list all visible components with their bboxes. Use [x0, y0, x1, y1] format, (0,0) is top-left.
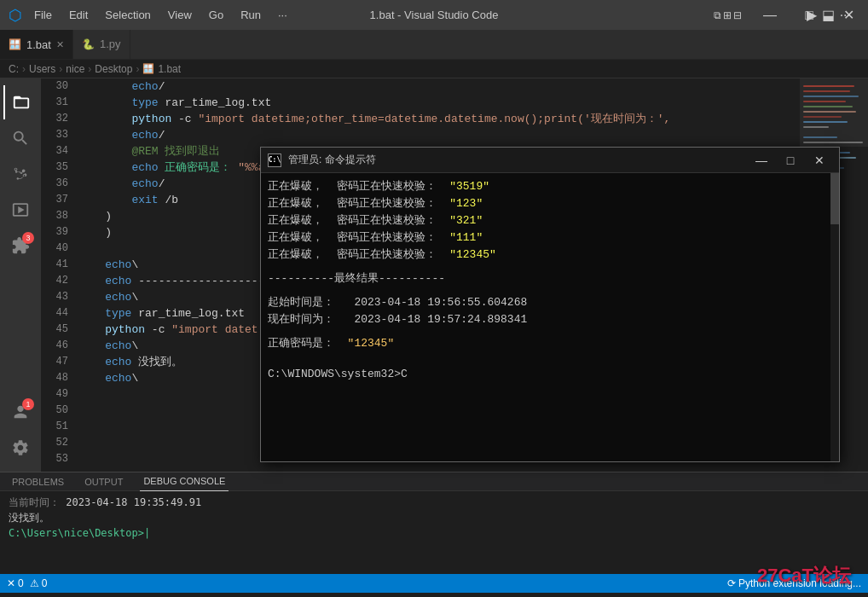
- svg-marker-0: [18, 206, 24, 213]
- panel-time-value: 2023-04-18 19:35:49.91: [66, 496, 201, 508]
- titlebar-icons: ⧉ ⊞ ⊟: [708, 0, 747, 30]
- extensions-badge: 3: [22, 232, 34, 244]
- breadcrumb-sep1: ›: [22, 63, 26, 75]
- window-controls: ⧉ ⊞ ⊟ — □ ✕: [708, 0, 868, 30]
- cmd-scrollbar-thumb[interactable]: [830, 173, 839, 224]
- tab-py-label: 1.py: [100, 38, 121, 50]
- grid-icon[interactable]: ⊟: [733, 9, 742, 21]
- panel-tab-debug[interactable]: DEBUG CONSOLE: [140, 472, 229, 491]
- status-bar: ✕ 0 ⚠ 0 ⟳ Python extension loading...: [0, 574, 868, 593]
- cmd-start-time: 起始时间是： 2023-04-18 19:56:55.604268: [268, 294, 832, 311]
- cmd-maximize[interactable]: □: [778, 152, 803, 169]
- cmd-line-4: 正在爆破， 密码正在快速校验： "111": [268, 229, 832, 246]
- activity-run[interactable]: [3, 193, 38, 227]
- activity-account[interactable]: 1: [3, 395, 38, 429]
- status-left: ✕ 0 ⚠ 0: [7, 577, 47, 589]
- panel: PROBLEMS OUTPUT DEBUG CONSOLE 当前时间： 2023…: [0, 472, 868, 574]
- cmd-line-2: 正在爆破， 密码正在快速校验： "123": [268, 195, 832, 212]
- panel-tab-output[interactable]: OUTPUT: [81, 472, 126, 491]
- panel-tab-problems[interactable]: PROBLEMS: [9, 472, 67, 491]
- breadcrumb-desktop[interactable]: Desktop: [95, 63, 132, 75]
- menu-more[interactable]: ···: [271, 6, 294, 24]
- breadcrumb-sep2: ›: [59, 63, 62, 75]
- account-badge: 1: [22, 398, 34, 410]
- panel-time-line: 当前时间： 2023-04-18 19:35:49.91: [9, 495, 859, 510]
- cmd-close[interactable]: ✕: [807, 152, 832, 169]
- cmd-controls: — □ ✕: [749, 152, 832, 169]
- menu-bar: File Edit Selection View Go Run ···: [27, 6, 294, 24]
- cmd-titlebar: C:\ 管理员: 命令提示符 — □ ✕: [261, 148, 839, 173]
- status-errors[interactable]: ✕ 0 ⚠ 0: [7, 577, 47, 589]
- activity-bar-bottom: 1: [3, 395, 38, 472]
- panel-notfound-line: 没找到。: [9, 510, 859, 525]
- error-count: 0: [18, 577, 24, 589]
- menu-edit[interactable]: Edit: [62, 6, 95, 24]
- code-line-30: 30 echo/: [41, 78, 800, 95]
- tab-bat-close[interactable]: ✕: [56, 39, 64, 50]
- minimize-button[interactable]: —: [750, 0, 790, 30]
- tab-bat[interactable]: 🪟 1.bat ✕: [0, 29, 73, 59]
- panel-tabs: PROBLEMS OUTPUT DEBUG CONSOLE: [0, 472, 868, 491]
- bat-file-icon: 🪟: [9, 38, 21, 50]
- cmd-body: 正在爆破， 密码正在快速校验： "3519" 正在爆破， 密码正在快速校验： "…: [261, 173, 839, 461]
- breadcrumb-users[interactable]: Users: [29, 63, 55, 75]
- activity-source-control[interactable]: [3, 157, 38, 191]
- breadcrumb-sep4: ›: [136, 63, 139, 75]
- window-title: 1.bat - Visual Studio Code: [370, 9, 499, 21]
- cmd-line-3: 正在爆破， 密码正在快速校验： "321": [268, 212, 832, 229]
- menu-go[interactable]: Go: [202, 6, 230, 24]
- code-line-31: 31 type rar_time_log.txt: [41, 95, 800, 111]
- cmd-correct-password: 正确密码是： "12345": [268, 335, 832, 352]
- panel-not-found: 没找到。: [9, 512, 49, 524]
- breadcrumb-winicon: 🪟: [142, 63, 154, 74]
- activity-explorer[interactable]: [3, 85, 38, 119]
- titlebar: ⬡ File Edit Selection View Go Run ··· 1.…: [0, 0, 868, 30]
- tab-bat-label: 1.bat: [26, 38, 51, 51]
- tab-bar: 🪟 1.bat ✕ 🐍 1.py: [0, 30, 868, 60]
- cmd-line-5: 正在爆破， 密码正在快速校验： "12345": [268, 246, 832, 264]
- code-line-33: 33 echo/: [41, 127, 800, 143]
- cmd-current-time: 现在时间为： 2023-04-18 19:57:24.898341: [268, 311, 832, 328]
- error-icon: ✕: [7, 577, 15, 589]
- vscode-icon: ⬡: [9, 6, 22, 25]
- minimap-viewport: [800, 78, 868, 147]
- layout-icon[interactable]: ⊞: [723, 9, 732, 21]
- cmd-icon: C:\: [268, 154, 281, 167]
- code-line-32: 32 python -c "import datetime;other_time…: [41, 111, 800, 127]
- menu-file[interactable]: File: [27, 6, 59, 24]
- breadcrumb-c[interactable]: C:: [9, 63, 19, 75]
- cmd-separator: ----------最终结果----------: [268, 270, 832, 287]
- activity-search[interactable]: [3, 121, 38, 155]
- menu-view[interactable]: View: [161, 6, 199, 24]
- cmd-scrollbar[interactable]: [830, 173, 839, 461]
- py-file-icon: 🐍: [82, 38, 95, 50]
- panel-path-line: C:\Users\nice\Desktop>|: [9, 525, 859, 541]
- panel-time-label: 当前时间：: [9, 496, 60, 508]
- activity-extensions[interactable]: 3: [3, 229, 38, 263]
- close-button[interactable]: ✕: [829, 0, 868, 30]
- main-area: 3 1 30 echo/ 31 type rar_time_log.txt: [0, 78, 868, 472]
- breadcrumb-file[interactable]: 1.bat: [158, 63, 181, 75]
- tab-py[interactable]: 🐍 1.py: [73, 29, 130, 59]
- cmd-window[interactable]: C:\ 管理员: 命令提示符 — □ ✕ 正在爆破， 密码正在快速校验： "35…: [260, 147, 840, 462]
- breadcrumb: C: › Users › nice › Desktop › 🪟 1.bat: [0, 60, 868, 78]
- panel-path: C:\Users\nice\Desktop>|: [9, 527, 150, 539]
- activity-settings[interactable]: [3, 431, 38, 465]
- loading-icon: ⟳: [727, 577, 736, 589]
- cmd-title: 管理员: 命令提示符: [288, 153, 742, 167]
- panel-content: 当前时间： 2023-04-18 19:35:49.91 没找到。 C:\Use…: [0, 491, 868, 574]
- cmd-line-1: 正在爆破， 密码正在快速校验： "3519": [268, 178, 832, 195]
- warning-icon: ⚠: [30, 577, 39, 589]
- cmd-prompt: C:\WINDOWS\system32>C: [268, 366, 832, 383]
- activity-bar: 3 1: [0, 78, 41, 472]
- cmd-minimize[interactable]: —: [749, 152, 774, 169]
- breadcrumb-nice[interactable]: nice: [66, 63, 84, 75]
- breadcrumb-sep3: ›: [88, 63, 91, 75]
- split-view-icon[interactable]: ⧉: [714, 9, 721, 21]
- menu-selection[interactable]: Selection: [98, 6, 157, 24]
- menu-run[interactable]: Run: [234, 6, 268, 24]
- maximize-button[interactable]: □: [790, 0, 829, 30]
- watermark: 27CaT论坛: [757, 563, 851, 588]
- warning-count: 0: [42, 577, 48, 589]
